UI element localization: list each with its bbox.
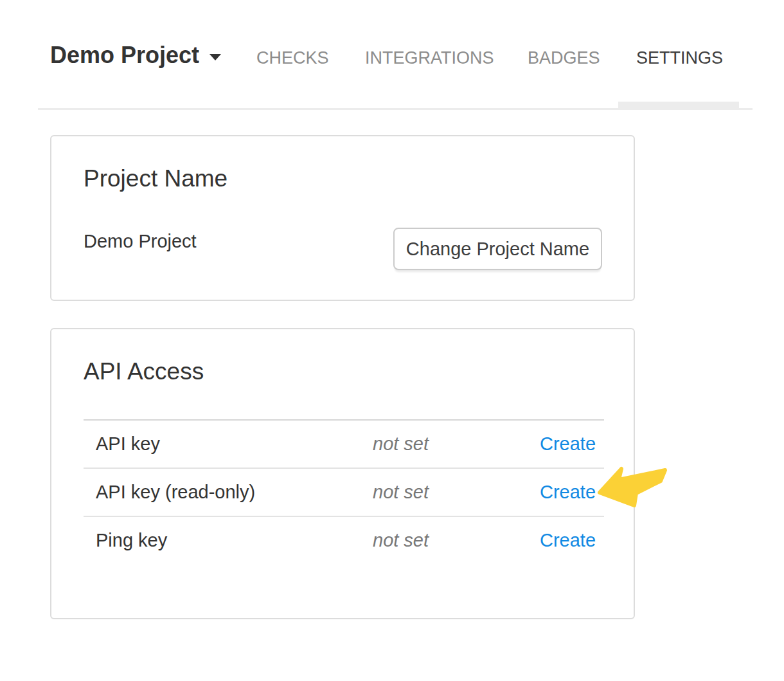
tab-settings[interactable]: SETTINGS xyxy=(636,49,723,67)
api-key-status: not set xyxy=(373,433,540,455)
change-project-name-button[interactable]: Change Project Name xyxy=(393,228,602,270)
tab-badges[interactable]: BADGES xyxy=(528,49,600,67)
current-project-name: Demo Project xyxy=(84,230,197,252)
project-dropdown-toggle[interactable]: Demo Project xyxy=(50,41,221,69)
callout-arrow-shape xyxy=(600,469,665,505)
create-api-key-readonly-link[interactable]: Create xyxy=(540,482,596,502)
tab-integrations[interactable]: INTEGRATIONS xyxy=(365,49,494,67)
create-api-key-link[interactable]: Create xyxy=(540,433,596,454)
table-row-api-key: API key not set Create xyxy=(84,421,604,469)
table-row-api-key-readonly: API key (read-only) not set Create xyxy=(84,469,604,517)
api-access-card: API Access API key not set Create API ke… xyxy=(50,328,635,619)
ping-key-status: not set xyxy=(373,530,540,551)
api-key-label: API key xyxy=(84,433,373,455)
api-keys-table: API key not set Create API key (read-onl… xyxy=(84,419,604,564)
settings-page: Demo Project CHECKS INTEGRATIONS BADGES … xyxy=(0,0,784,681)
tab-checks[interactable]: CHECKS xyxy=(256,49,329,67)
ping-key-label: Ping key xyxy=(84,530,373,551)
callout-arrow-icon xyxy=(590,458,670,516)
api-key-readonly-label: API key (read-only) xyxy=(84,482,373,503)
project-name-card: Project Name Demo Project Change Project… xyxy=(50,135,635,301)
chevron-down-icon xyxy=(209,54,221,60)
project-name-card-title: Project Name xyxy=(84,165,227,193)
header-divider xyxy=(38,108,753,110)
table-row-ping-key: Ping key not set Create xyxy=(84,517,604,564)
api-access-card-title: API Access xyxy=(84,358,204,386)
create-ping-key-link[interactable]: Create xyxy=(540,530,596,550)
project-title: Demo Project xyxy=(50,41,199,69)
api-key-readonly-status: not set xyxy=(373,482,540,503)
